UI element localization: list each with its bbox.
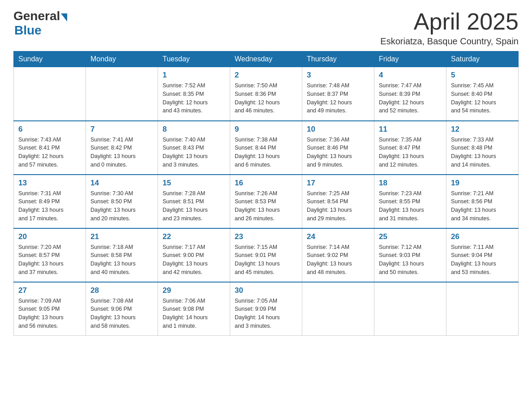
day-number: 23 bbox=[235, 232, 297, 241]
calendar-cell: 29Sunrise: 7:06 AM Sunset: 9:08 PM Dayli… bbox=[158, 282, 230, 336]
day-number: 13 bbox=[18, 179, 81, 188]
day-info: Sunrise: 7:30 AM Sunset: 8:50 PM Dayligh… bbox=[90, 189, 153, 223]
day-info: Sunrise: 7:06 AM Sunset: 9:08 PM Dayligh… bbox=[163, 297, 225, 330]
day-number: 25 bbox=[379, 232, 442, 241]
day-info: Sunrise: 7:47 AM Sunset: 8:39 PM Dayligh… bbox=[379, 81, 442, 115]
calendar-cell: 21Sunrise: 7:18 AM Sunset: 8:58 PM Dayli… bbox=[86, 228, 158, 282]
day-number: 14 bbox=[90, 179, 153, 188]
day-number: 11 bbox=[379, 125, 442, 134]
page-header: General Blue April 2025 Eskoriatza, Basq… bbox=[13, 9, 519, 47]
day-info: Sunrise: 7:05 AM Sunset: 9:09 PM Dayligh… bbox=[235, 297, 297, 330]
day-number: 20 bbox=[18, 232, 81, 241]
weekday-header-row: SundayMondayTuesdayWednesdayThursdayFrid… bbox=[14, 51, 519, 67]
day-number: 26 bbox=[451, 232, 514, 241]
calendar-cell: 10Sunrise: 7:36 AM Sunset: 8:46 PM Dayli… bbox=[302, 121, 374, 175]
calendar-cell: 11Sunrise: 7:35 AM Sunset: 8:47 PM Dayli… bbox=[374, 121, 446, 175]
calendar-cell bbox=[446, 282, 519, 336]
day-info: Sunrise: 7:08 AM Sunset: 9:06 PM Dayligh… bbox=[90, 297, 153, 330]
calendar-cell: 24Sunrise: 7:14 AM Sunset: 9:02 PM Dayli… bbox=[302, 228, 374, 282]
day-info: Sunrise: 7:35 AM Sunset: 8:47 PM Dayligh… bbox=[379, 136, 442, 169]
calendar-cell: 12Sunrise: 7:33 AM Sunset: 8:48 PM Dayli… bbox=[446, 121, 519, 175]
day-number: 21 bbox=[90, 232, 153, 241]
day-number: 2 bbox=[235, 71, 297, 80]
calendar-cell: 7Sunrise: 7:41 AM Sunset: 8:42 PM Daylig… bbox=[86, 121, 158, 175]
day-info: Sunrise: 7:48 AM Sunset: 8:37 PM Dayligh… bbox=[307, 81, 369, 115]
calendar-cell: 25Sunrise: 7:12 AM Sunset: 9:03 PM Dayli… bbox=[374, 228, 446, 282]
calendar-cell: 15Sunrise: 7:28 AM Sunset: 8:51 PM Dayli… bbox=[158, 175, 230, 228]
weekday-header-thursday: Thursday bbox=[302, 51, 374, 67]
calendar-cell: 2Sunrise: 7:50 AM Sunset: 8:36 PM Daylig… bbox=[230, 67, 302, 121]
day-info: Sunrise: 7:33 AM Sunset: 8:48 PM Dayligh… bbox=[451, 136, 514, 169]
day-number: 4 bbox=[379, 71, 442, 80]
day-info: Sunrise: 7:50 AM Sunset: 8:36 PM Dayligh… bbox=[235, 81, 297, 115]
calendar-cell bbox=[86, 67, 158, 121]
week-row-1: 1Sunrise: 7:52 AM Sunset: 8:35 PM Daylig… bbox=[14, 67, 519, 121]
day-number: 16 bbox=[235, 179, 297, 188]
calendar-cell bbox=[302, 282, 374, 336]
calendar-cell: 18Sunrise: 7:23 AM Sunset: 8:55 PM Dayli… bbox=[374, 175, 446, 228]
day-info: Sunrise: 7:21 AM Sunset: 8:56 PM Dayligh… bbox=[451, 189, 514, 223]
day-info: Sunrise: 7:28 AM Sunset: 8:51 PM Dayligh… bbox=[163, 189, 225, 223]
day-info: Sunrise: 7:09 AM Sunset: 9:05 PM Dayligh… bbox=[18, 297, 81, 330]
day-number: 27 bbox=[18, 286, 81, 295]
day-info: Sunrise: 7:20 AM Sunset: 8:57 PM Dayligh… bbox=[18, 243, 81, 277]
day-info: Sunrise: 7:15 AM Sunset: 9:01 PM Dayligh… bbox=[235, 243, 297, 277]
week-row-4: 20Sunrise: 7:20 AM Sunset: 8:57 PM Dayli… bbox=[14, 228, 519, 282]
calendar-cell: 16Sunrise: 7:26 AM Sunset: 8:53 PM Dayli… bbox=[230, 175, 302, 228]
day-info: Sunrise: 7:26 AM Sunset: 8:53 PM Dayligh… bbox=[235, 189, 297, 223]
day-number: 5 bbox=[451, 71, 514, 80]
day-number: 19 bbox=[451, 179, 514, 188]
location-title: Eskoriatza, Basque Country, Spain bbox=[380, 36, 519, 47]
calendar-cell: 5Sunrise: 7:45 AM Sunset: 8:40 PM Daylig… bbox=[446, 67, 519, 121]
day-number: 7 bbox=[90, 125, 153, 134]
calendar-cell: 30Sunrise: 7:05 AM Sunset: 9:09 PM Dayli… bbox=[230, 282, 302, 336]
week-row-3: 13Sunrise: 7:31 AM Sunset: 8:49 PM Dayli… bbox=[14, 175, 519, 228]
weekday-header-tuesday: Tuesday bbox=[158, 51, 230, 67]
day-info: Sunrise: 7:18 AM Sunset: 8:58 PM Dayligh… bbox=[90, 243, 153, 277]
day-number: 24 bbox=[307, 232, 369, 241]
logo: General Blue bbox=[13, 9, 67, 38]
calendar-cell: 9Sunrise: 7:38 AM Sunset: 8:44 PM Daylig… bbox=[230, 121, 302, 175]
day-number: 29 bbox=[163, 286, 225, 295]
calendar-cell: 23Sunrise: 7:15 AM Sunset: 9:01 PM Dayli… bbox=[230, 228, 302, 282]
title-section: April 2025 Eskoriatza, Basque Country, S… bbox=[380, 9, 519, 47]
day-info: Sunrise: 7:17 AM Sunset: 9:00 PM Dayligh… bbox=[163, 243, 225, 277]
weekday-header-saturday: Saturday bbox=[446, 51, 519, 67]
calendar-cell: 17Sunrise: 7:25 AM Sunset: 8:54 PM Dayli… bbox=[302, 175, 374, 228]
month-title: April 2025 bbox=[380, 9, 519, 34]
day-info: Sunrise: 7:12 AM Sunset: 9:03 PM Dayligh… bbox=[379, 243, 442, 277]
calendar-cell: 8Sunrise: 7:40 AM Sunset: 8:43 PM Daylig… bbox=[158, 121, 230, 175]
logo-general-text: General bbox=[13, 9, 60, 23]
logo-blue-text: Blue bbox=[14, 23, 42, 38]
day-number: 18 bbox=[379, 179, 442, 188]
calendar-cell: 28Sunrise: 7:08 AM Sunset: 9:06 PM Dayli… bbox=[86, 282, 158, 336]
day-info: Sunrise: 7:25 AM Sunset: 8:54 PM Dayligh… bbox=[307, 189, 369, 223]
calendar-cell: 20Sunrise: 7:20 AM Sunset: 8:57 PM Dayli… bbox=[14, 228, 86, 282]
week-row-2: 6Sunrise: 7:43 AM Sunset: 8:41 PM Daylig… bbox=[14, 121, 519, 175]
day-number: 10 bbox=[307, 125, 369, 134]
day-info: Sunrise: 7:43 AM Sunset: 8:41 PM Dayligh… bbox=[18, 136, 81, 169]
weekday-header-wednesday: Wednesday bbox=[230, 51, 302, 67]
calendar-cell: 27Sunrise: 7:09 AM Sunset: 9:05 PM Dayli… bbox=[14, 282, 86, 336]
calendar-cell: 22Sunrise: 7:17 AM Sunset: 9:00 PM Dayli… bbox=[158, 228, 230, 282]
day-info: Sunrise: 7:45 AM Sunset: 8:40 PM Dayligh… bbox=[451, 81, 514, 115]
day-number: 9 bbox=[235, 125, 297, 134]
day-number: 15 bbox=[163, 179, 225, 188]
day-info: Sunrise: 7:31 AM Sunset: 8:49 PM Dayligh… bbox=[18, 189, 81, 223]
calendar-cell: 4Sunrise: 7:47 AM Sunset: 8:39 PM Daylig… bbox=[374, 67, 446, 121]
day-number: 30 bbox=[235, 286, 297, 295]
day-info: Sunrise: 7:52 AM Sunset: 8:35 PM Dayligh… bbox=[163, 81, 225, 115]
day-number: 28 bbox=[90, 286, 153, 295]
calendar-cell bbox=[374, 282, 446, 336]
day-number: 8 bbox=[163, 125, 225, 134]
calendar-cell: 13Sunrise: 7:31 AM Sunset: 8:49 PM Dayli… bbox=[14, 175, 86, 228]
day-info: Sunrise: 7:11 AM Sunset: 9:04 PM Dayligh… bbox=[451, 243, 514, 277]
weekday-header-friday: Friday bbox=[374, 51, 446, 67]
day-number: 12 bbox=[451, 125, 514, 134]
calendar-table: SundayMondayTuesdayWednesdayThursdayFrid… bbox=[13, 51, 519, 336]
day-number: 1 bbox=[163, 71, 225, 80]
weekday-header-sunday: Sunday bbox=[14, 51, 86, 67]
day-info: Sunrise: 7:41 AM Sunset: 8:42 PM Dayligh… bbox=[90, 136, 153, 169]
calendar-cell: 19Sunrise: 7:21 AM Sunset: 8:56 PM Dayli… bbox=[446, 175, 519, 228]
day-info: Sunrise: 7:40 AM Sunset: 8:43 PM Dayligh… bbox=[163, 136, 225, 169]
